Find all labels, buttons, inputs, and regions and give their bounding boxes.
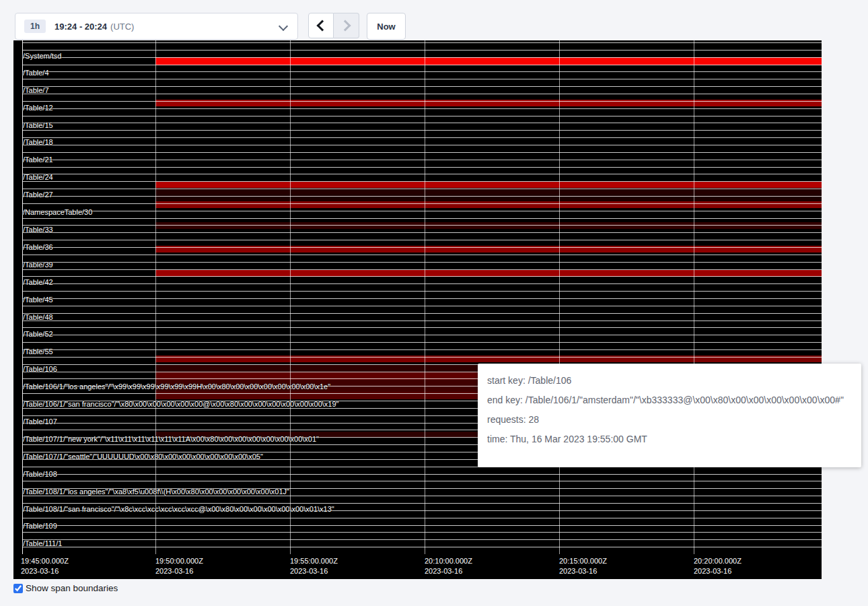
span-boundary-line [22,71,822,72]
time-nav-group [308,13,359,38]
row-label: /Table/108 [23,470,57,478]
keyvis-canvas[interactable]: /System/tsd/Table/4/Table/7/Table/12/Tab… [13,40,822,579]
time-gridline [559,40,560,554]
row-label: /Table/7 [23,86,49,94]
row-label: /Table/107 [23,417,57,426]
x-axis-tick-date: 2023-03-16 [425,566,472,576]
heat-band [155,182,822,188]
page: { "toolbar": { "range_badge": "1h", "ran… [0,0,868,606]
x-axis-tick-time: 20:20:00.000Z [694,556,742,566]
span-boundary-line [22,313,822,314]
row-label: /Table/48 [23,313,53,321]
span-boundary-line [22,101,822,102]
row-label: /Table/33 [23,226,53,234]
show-span-boundaries-checkbox[interactable] [13,584,23,593]
span-boundary-line [22,481,822,481]
x-axis-tick-time: 19:45:00.000Z [21,556,69,566]
span-boundary-line [22,342,822,343]
span-boundary-line [22,167,822,168]
span-boundary-line [22,152,822,153]
keyvis-plot[interactable]: /System/tsd/Table/4/Table/7/Table/12/Tab… [13,40,822,554]
x-axis-tick: 19:50:00.000Z2023-03-16 [155,556,203,576]
row-label: /Table/45 [23,296,53,304]
time-gridline [694,40,694,554]
span-boundary-line [22,123,822,123]
row-label: /Table/106/1/"los angeles"/"\x99\x99\x99… [23,382,330,391]
chevron-left-icon [317,20,328,32]
next-time-button-disabled[interactable] [334,13,359,38]
time-range-value: 19:24 - 20:24 [55,22,107,32]
prev-time-button[interactable] [308,13,334,38]
row-label: /Table/106 [23,365,57,373]
row-label: /Table/106/1/"san francisco"/"\x80\x00\x… [23,400,339,408]
row-label: /Table/24 [23,173,53,181]
time-range-timezone: (UTC) [110,22,134,32]
span-boundary-line [22,539,822,540]
chevron-down-icon [279,22,288,31]
heat-band [155,222,822,229]
row-label: /Table/15 [23,121,53,129]
x-axis-tick-time: 19:55:00.000Z [290,556,338,566]
row-label: /Table/42 [23,278,53,286]
x-axis-tick-date: 2023-03-16 [559,566,607,576]
row-label: /NamespaceTable/30 [23,208,92,216]
x-axis-tick-time: 19:50:00.000Z [155,556,203,566]
x-axis-tick-time: 20:15:00.000Z [559,556,607,566]
span-boundary-line [22,130,822,131]
x-axis-tick: 20:10:00.000Z2023-03-16 [425,556,472,576]
time-gridline [425,40,425,554]
row-label: /Table/109 [23,522,57,530]
row-label: /Table/21 [23,156,53,164]
x-axis-tick-date: 2023-03-16 [290,566,338,576]
tooltip-requests: requests: 28 [487,411,861,428]
row-label: /Table/18 [23,138,53,146]
row-label: /Table/107/1/"new york"/"\x11\x11\x11\x1… [23,435,319,443]
span-boundary-line [22,218,822,219]
time-range-selector[interactable]: 1h 19:24 - 20:24 (UTC) [15,13,298,40]
row-label: /Table/36 [23,243,53,251]
span-boundary-line [22,79,822,79]
time-gridline [155,40,156,554]
now-button[interactable]: Now [367,13,406,40]
span-boundary-line [22,547,822,547]
span-boundary-line [22,240,822,240]
span-boundary-line [22,211,822,211]
row-label: /Table/12 [23,104,53,112]
span-boundary-line [22,116,822,116]
row-label: /System/tsd [23,52,61,60]
span-boundary-line [22,474,822,475]
span-boundary-line [22,306,822,306]
span-boundary-line [22,57,822,58]
row-label: /Table/4 [23,69,49,77]
x-axis-tick: 19:55:00.000Z2023-03-16 [290,556,338,576]
span-boundary-line [22,276,822,277]
x-axis-tick: 19:45:00.000Z2023-03-16 [21,556,69,576]
span-tooltip: start key: /Table/106 end key: /Table/10… [478,364,861,467]
row-label: /Table/55 [23,347,53,356]
span-boundary-line [22,42,822,43]
row-label: /Table/27 [23,191,53,199]
row-label: /Table/107/1/"seattle"/"UUUUUUD\x00\x80\… [23,452,263,461]
span-boundary-line [22,65,822,65]
span-boundary-line [22,232,822,233]
tooltip-end-key: end key: /Table/106/1/"amsterdam"/"\xb33… [487,392,861,408]
span-boundary-line [22,108,822,109]
span-boundary-line [22,137,822,138]
footer-options: Show span boundaries [13,583,118,593]
span-boundary-line [22,255,822,255]
row-label: /Table/52 [23,330,53,338]
span-boundary-line [22,50,822,50]
span-boundary-line [22,94,822,94]
x-axis-tick-date: 2023-03-16 [694,566,742,576]
span-boundary-line [22,349,822,350]
span-boundary-line [22,291,822,292]
span-boundary-line [22,196,822,197]
row-label: /Table/39 [23,261,53,269]
span-boundary-line [22,262,822,263]
tooltip-time: time: Thu, 16 Mar 2023 19:55:00 GMT [487,431,861,447]
span-boundary-line [22,532,822,533]
span-boundary-line [22,145,822,145]
chevron-right-icon [339,20,351,32]
show-span-boundaries-label: Show span boundaries [26,583,118,593]
x-axis-tick-date: 2023-03-16 [21,566,69,576]
